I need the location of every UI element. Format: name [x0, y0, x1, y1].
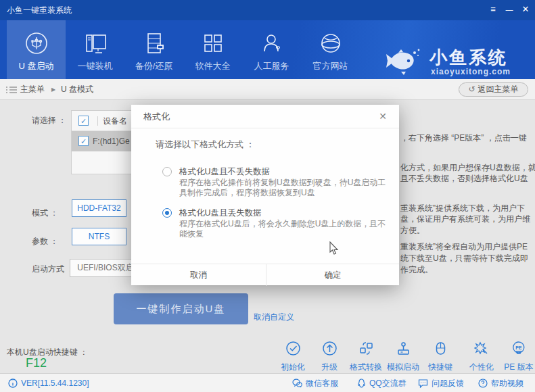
- tool-personalize[interactable]: 个性化: [469, 341, 494, 373]
- nav-label: 官方网站: [301, 60, 360, 72]
- tool-pe-version[interactable]: PE PE 版本: [504, 341, 533, 373]
- nav-item-backup-restore[interactable]: 备份/还原: [124, 20, 183, 79]
- nav-item-support[interactable]: 人工服务: [242, 20, 301, 79]
- convert-icon: [358, 341, 374, 356]
- computer-icon: [80, 28, 110, 58]
- mode-label: 模式 ：: [32, 207, 58, 219]
- qq-group-link[interactable]: QQ交流群: [357, 374, 406, 392]
- option-label[interactable]: 格式化U盘且丢失数据: [179, 207, 262, 219]
- tool-hotkey[interactable]: 快捷键: [428, 341, 452, 373]
- menu-icon[interactable]: ≡: [485, 0, 501, 20]
- help-text-fragment: 重装系统”将全程自动为用户提供PE: [400, 241, 528, 253]
- help-text-fragment: 盘，保证用户有系统可装，为用户维: [400, 214, 530, 225]
- header-divider: [97, 116, 98, 126]
- help-text-fragment: 且不丢失数据，否则选择格式化U盘: [400, 173, 528, 185]
- tool-label: 初始化: [281, 362, 305, 373]
- nav-label: 软件大全: [183, 60, 242, 72]
- apps-icon: [198, 28, 228, 58]
- feedback-link[interactable]: 问题反馈: [418, 374, 464, 392]
- make-usb-button[interactable]: 一键制作启动U盘: [114, 293, 248, 324]
- help-text-fragment: 作完成。: [400, 264, 433, 276]
- breadcrumb-root[interactable]: 主菜单: [20, 79, 45, 100]
- nav-label: 备份/还原: [124, 60, 183, 72]
- help-text-fragment: 统下载至U盘，只需等待下载完成即: [400, 253, 528, 264]
- fish-logo-icon: [381, 45, 423, 78]
- param-label: 参数 ：: [32, 236, 58, 247]
- tool-format-convert[interactable]: 格式转换: [350, 341, 382, 373]
- nav-item-install[interactable]: 一键装机: [66, 20, 124, 79]
- init-icon: [285, 341, 301, 356]
- nav-label: U 盘启动: [7, 60, 66, 72]
- wechat-icon: [292, 378, 302, 388]
- cancel-custom-link[interactable]: 取消自定义: [254, 312, 294, 323]
- select-device-label: 请选择 ：: [32, 115, 66, 126]
- option-description: 程序在格式化操作前将复制U盘数据到硬盘，待U盘启动工具制作完成后，程序将数据恢复…: [179, 178, 390, 198]
- radio-lose-data[interactable]: [162, 208, 172, 218]
- dialog-close-icon[interactable]: ✕: [375, 105, 391, 128]
- option-label[interactable]: 格式化U盘且不丢失数据: [179, 166, 270, 178]
- back-arrow-icon: ↺: [468, 84, 475, 94]
- nav-item-software[interactable]: 软件大全: [183, 20, 242, 79]
- help-text-fragment: 化方式，如果用户想保存U盘数据，就: [400, 162, 535, 174]
- feedback-icon: [418, 378, 428, 388]
- select-all-checkbox[interactable]: ✓: [78, 116, 89, 126]
- list-icon: [6, 86, 17, 94]
- main-nav: U 盘启动 一键装机 备份/还原 软件大全 人工服务 官方网站: [0, 20, 535, 79]
- param-button[interactable]: NTFS: [72, 228, 126, 245]
- version-info: VER[11.5.44.1230]: [8, 374, 89, 392]
- dialog-header: 格式化 ✕: [131, 105, 399, 128]
- tool-label: 快捷键: [428, 362, 452, 373]
- boot-mode-label: 启动方式 ：: [32, 264, 74, 275]
- device-name-column-header: 设备名: [103, 111, 127, 131]
- qq-icon: [357, 378, 366, 388]
- device-checkbox[interactable]: ✓: [78, 136, 89, 146]
- breadcrumb-separator-icon: ▶: [51, 79, 55, 100]
- help-video-link[interactable]: 帮助视频: [478, 374, 524, 392]
- nav-item-usb-boot[interactable]: U 盘启动: [7, 20, 66, 79]
- help-text-fragment: 方便。: [400, 225, 425, 237]
- cancel-button[interactable]: 取消: [131, 264, 266, 286]
- back-to-main-menu-button[interactable]: ↺返回主菜单: [459, 82, 528, 97]
- globe-icon: [316, 28, 346, 58]
- tool-label: 模拟启动: [387, 362, 419, 373]
- person-icon: [257, 28, 287, 58]
- brand-logo: 小鱼系统 xiaoyuxitong.com: [381, 45, 530, 78]
- close-icon[interactable]: ✕: [517, 0, 534, 20]
- minimize-icon[interactable]: —: [501, 0, 517, 20]
- tool-label: PE 版本: [504, 362, 533, 373]
- info-icon: [8, 378, 18, 388]
- option-description: 程序在格式化U盘后，将会永久删除您U盘上的数据，且不能恢复: [179, 219, 390, 239]
- wechat-support-link[interactable]: 微信客服: [292, 374, 338, 392]
- help-icon: [478, 378, 488, 388]
- tool-initialize[interactable]: 初始化: [281, 341, 305, 373]
- confirm-button[interactable]: 确定: [266, 264, 399, 286]
- dialog-footer: 取消 确定: [131, 264, 399, 285]
- hotkey-label: 本机U盘启动快捷键 ：: [7, 347, 88, 358]
- app-title: 小鱼一键重装系统: [7, 0, 72, 20]
- tool-label: 升级: [321, 362, 338, 373]
- tool-label: 个性化: [469, 362, 494, 373]
- status-bar: VER[11.5.44.1230] 微信客服 QQ交流群 问题反馈 帮助视频: [0, 373, 535, 392]
- svg-text:PE: PE: [515, 345, 522, 350]
- title-bar: 小鱼一键重装系统 ≡ — ✕: [0, 0, 535, 20]
- radio-keep-data[interactable]: [162, 167, 172, 176]
- usb-icon: [22, 28, 51, 58]
- tool-upgrade[interactable]: 升级: [321, 341, 338, 373]
- help-text-fragment: 重装系统”提供系统下载，为用户下: [400, 203, 525, 214]
- simulate-icon: [396, 341, 411, 356]
- backup-icon: [139, 28, 169, 58]
- personalize-icon: [474, 341, 490, 356]
- device-name: F:(hd1)Ge: [93, 131, 130, 151]
- hotkey-value: F12: [26, 356, 47, 370]
- mouse-cursor: [329, 241, 339, 255]
- tool-label: 格式转换: [350, 362, 382, 373]
- tool-simulate-boot[interactable]: 模拟启动: [387, 341, 419, 373]
- nav-label: 人工服务: [242, 60, 301, 72]
- dialog-prompt: 请选择以下格式化方式 ：: [156, 139, 255, 151]
- nav-label: 一键装机: [66, 60, 124, 72]
- breadcrumb-current: U 盘模式: [61, 79, 93, 100]
- nav-item-website[interactable]: 官方网站: [301, 20, 360, 79]
- format-dialog: 格式化 ✕ 请选择以下格式化方式 ： 格式化U盘且不丢失数据 程序在格式化操作前…: [131, 105, 399, 285]
- brand-name: 小鱼系统: [429, 46, 508, 70]
- mode-button[interactable]: HDD-FAT32: [72, 199, 126, 217]
